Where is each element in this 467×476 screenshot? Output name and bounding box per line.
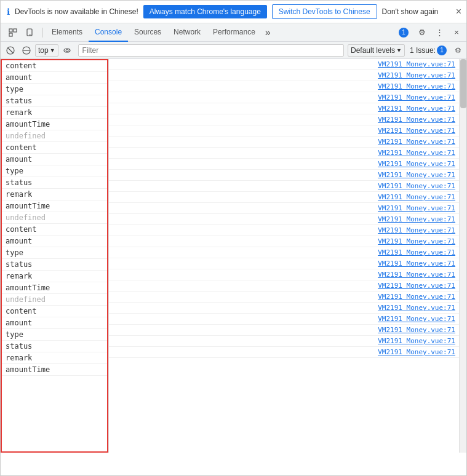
log-item: amount (2, 154, 107, 165)
svg-line-6 (8, 48, 13, 53)
log-source-link[interactable]: VM2191 Money.vue:71 (378, 282, 455, 290)
log-row: VM2191 Money.vue:71 (109, 81, 459, 92)
log-item: remark (2, 271, 107, 282)
tab-console[interactable]: Console (89, 23, 128, 42)
tab-performance[interactable]: Performance (207, 23, 261, 42)
log-item: amountTime (2, 364, 107, 376)
svg-rect-3 (27, 29, 32, 36)
log-row: VM2191 Money.vue:71 (109, 214, 459, 225)
log-item: status (2, 259, 107, 271)
notification-bar: ℹ DevTools is now available in Chinese! … (1, 1, 466, 23)
log-row: VM2191 Money.vue:71 (109, 137, 459, 148)
log-row: VM2191 Money.vue:71 (109, 148, 459, 159)
log-source-link[interactable]: VM2191 Money.vue:71 (378, 82, 455, 90)
devtools-settings-icon[interactable]: ⚙ (415, 25, 429, 40)
log-source-link[interactable]: VM2191 Money.vue:71 (378, 93, 455, 101)
log-row: VM2191 Money.vue:71 (109, 347, 459, 358)
log-source-link[interactable]: VM2191 Money.vue:71 (378, 60, 455, 68)
log-row: VM2191 Money.vue:71 (109, 336, 459, 347)
log-source-link[interactable]: VM2191 Money.vue:71 (378, 182, 455, 190)
log-row: VM2191 Money.vue:71 (109, 269, 459, 280)
close-notification-button[interactable]: × (456, 7, 461, 17)
log-row: VM2191 Money.vue:71 (109, 236, 459, 247)
tabs-overflow-button[interactable]: » (261, 27, 274, 38)
log-item: amountTime (2, 200, 107, 212)
log-row: VM2191 Money.vue:71 (109, 225, 459, 236)
tab-elements[interactable]: Elements (46, 23, 89, 42)
log-source-link[interactable]: VM2191 Money.vue:71 (378, 138, 455, 146)
log-item: amount (2, 236, 107, 247)
log-source-link[interactable]: VM2191 Money.vue:71 (378, 304, 455, 312)
default-levels-selector[interactable]: Default levels ▼ (348, 44, 405, 57)
log-row: VM2191 Money.vue:71 (109, 59, 459, 70)
log-item: amount (2, 72, 107, 84)
log-source-link[interactable]: VM2191 Money.vue:71 (378, 337, 455, 345)
svg-rect-2 (9, 33, 12, 36)
log-source-link[interactable]: VM2191 Money.vue:71 (378, 171, 455, 179)
log-source-link[interactable]: VM2191 Money.vue:71 (378, 315, 455, 323)
eye-icon-button[interactable] (60, 43, 74, 58)
log-row: VM2191 Money.vue:71 (109, 203, 459, 214)
filter-input[interactable] (78, 44, 344, 57)
log-source-link[interactable]: VM2191 Money.vue:71 (378, 204, 455, 212)
log-item: remark (2, 189, 107, 200)
messages-badge-button[interactable]: 1 (395, 26, 412, 39)
dont-show-button[interactable]: Don't show again (382, 7, 439, 16)
scrollbar-thumb[interactable] (460, 59, 466, 108)
log-source-link[interactable]: VM2191 Money.vue:71 (378, 215, 455, 223)
log-item: type (2, 329, 107, 341)
log-item: content (2, 306, 107, 317)
tab-sources[interactable]: Sources (128, 23, 167, 42)
log-keys-panel[interactable]: contentamounttypestatusremarkamountTimeu… (1, 59, 108, 453)
log-item: undefined (2, 212, 107, 224)
tabs-separator (42, 28, 43, 38)
log-sources-panel: VM2191 Money.vue:71VM2191 Money.vue:71VM… (108, 59, 459, 453)
inspect-element-icon[interactable] (6, 25, 20, 40)
console-settings-icon[interactable]: ⚙ (452, 44, 464, 57)
log-item: content (2, 142, 107, 154)
log-item: remark (2, 352, 107, 364)
device-toolbar-icon[interactable] (23, 25, 38, 40)
log-row: VM2191 Money.vue:71 (109, 103, 459, 114)
log-row: VM2191 Money.vue:71 (109, 247, 459, 258)
log-source-link[interactable]: VM2191 Money.vue:71 (378, 226, 455, 234)
tab-network[interactable]: Network (167, 23, 207, 42)
log-row: VM2191 Money.vue:71 (109, 114, 459, 125)
notification-text: DevTools is now available in Chinese! (15, 7, 138, 16)
log-source-link[interactable]: VM2191 Money.vue:71 (378, 127, 455, 135)
log-item: type (2, 247, 107, 259)
log-row: VM2191 Money.vue:71 (109, 181, 459, 192)
messages-count-badge: 1 (399, 28, 409, 38)
log-source-link[interactable]: VM2191 Money.vue:71 (378, 116, 455, 124)
issues-button[interactable]: 1 Issue: 1 (406, 45, 450, 56)
clear-console-button[interactable] (3, 43, 18, 58)
match-language-button[interactable]: Always match Chrome's language (143, 5, 267, 18)
svg-rect-0 (9, 29, 12, 32)
filter-icon-button[interactable] (19, 43, 34, 58)
devtools-more-icon[interactable]: ⋮ (432, 25, 447, 40)
tabs-right-actions: 1 ⚙ ⋮ × (395, 25, 464, 40)
log-source-link[interactable]: VM2191 Money.vue:71 (378, 71, 455, 79)
log-row: VM2191 Money.vue:71 (109, 314, 459, 325)
log-source-link[interactable]: VM2191 Money.vue:71 (378, 293, 455, 301)
log-source-link[interactable]: VM2191 Money.vue:71 (378, 271, 455, 279)
log-item: undefined (2, 294, 107, 306)
log-source-link[interactable]: VM2191 Money.vue:71 (378, 248, 455, 256)
info-icon: ℹ (7, 7, 10, 17)
log-item: status (2, 177, 107, 189)
console-content: contentamounttypestatusremarkamountTimeu… (1, 59, 466, 453)
log-source-link[interactable]: VM2191 Money.vue:71 (378, 348, 455, 356)
log-source-link[interactable]: VM2191 Money.vue:71 (378, 193, 455, 201)
log-item: amountTime (2, 282, 107, 294)
vertical-scrollbar[interactable] (459, 59, 466, 453)
log-source-link[interactable]: VM2191 Money.vue:71 (378, 149, 455, 157)
log-source-link[interactable]: VM2191 Money.vue:71 (378, 237, 455, 245)
log-row: VM2191 Money.vue:71 (109, 280, 459, 292)
log-source-link[interactable]: VM2191 Money.vue:71 (378, 160, 455, 168)
log-source-link[interactable]: VM2191 Money.vue:71 (378, 260, 455, 268)
switch-devtools-button[interactable]: Switch DevTools to Chinese (272, 4, 377, 19)
devtools-close-icon[interactable]: × (449, 25, 464, 40)
log-source-link[interactable]: VM2191 Money.vue:71 (378, 326, 455, 334)
log-source-link[interactable]: VM2191 Money.vue:71 (378, 105, 455, 113)
context-selector[interactable]: top ▼ (35, 44, 58, 57)
